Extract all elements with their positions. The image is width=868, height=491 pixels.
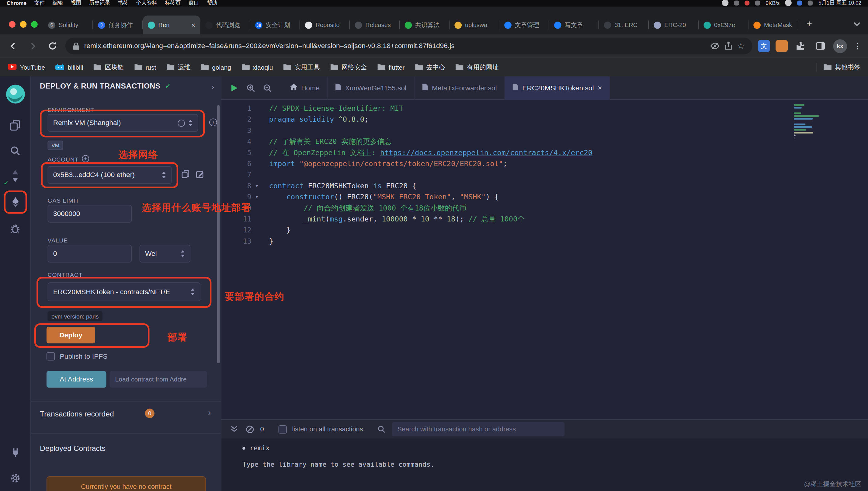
code-editor[interactable]: 1// SPDX-License-Identifier: MIT2pragma … <box>221 100 868 419</box>
expand-terminal-icon[interactable] <box>229 424 239 434</box>
fold-chevron-icon[interactable]: ▾ <box>252 192 261 203</box>
bookmark-item[interactable]: 有用的网址 <box>456 63 499 71</box>
browser-tab[interactable]: Reposito <box>300 16 350 34</box>
extension-icon[interactable] <box>776 40 788 52</box>
tab-search-chevron-icon[interactable] <box>854 19 865 29</box>
share-icon[interactable] <box>724 42 732 51</box>
translate-extension-icon[interactable]: 文 <box>758 40 770 52</box>
editor-tab[interactable]: Home <box>282 76 328 99</box>
contract-select[interactable]: ERC20MSHKToken - contracts/NFT/E <box>48 282 201 301</box>
menu-item[interactable]: 帮助 <box>207 0 217 6</box>
bookmark-item[interactable]: bilibili <box>55 63 83 71</box>
solidity-compiler-icon[interactable]: ✓ <box>4 164 26 188</box>
reload-button[interactable] <box>45 39 60 53</box>
settings-gear-icon[interactable] <box>4 466 26 490</box>
divider <box>31 401 221 402</box>
plugin-manager-icon[interactable] <box>4 440 26 465</box>
editor-tab[interactable]: XunWenGe1155.sol <box>328 76 415 99</box>
other-bookmarks[interactable]: 其他书签 <box>817 63 860 71</box>
bookmark-item[interactable]: YouTube <box>8 63 45 71</box>
back-button[interactable] <box>5 39 20 53</box>
fold-chevron-icon[interactable]: ▾ <box>252 180 261 191</box>
bookmark-item[interactable]: golang <box>201 63 231 71</box>
bookmark-item[interactable]: 网络安全 <box>331 63 367 71</box>
run-script-icon[interactable] <box>227 81 241 95</box>
bookmark-item[interactable]: 运维 <box>167 63 190 71</box>
bookmark-item[interactable]: 区块链 <box>94 63 124 71</box>
profile-avatar[interactable]: kx <box>833 39 847 53</box>
zoom-in-icon[interactable] <box>244 81 258 95</box>
tab-close-icon[interactable]: × <box>191 21 196 29</box>
maximize-window-button[interactable] <box>31 21 38 28</box>
editor-tab[interactable]: MetaTxForwarder.sol <box>415 76 505 99</box>
menu-item[interactable]: 文件 <box>34 0 45 6</box>
menu-item[interactable]: 窗口 <box>188 0 199 6</box>
transactions-expand-chevron-icon[interactable]: › <box>208 408 211 417</box>
editor-tab-close-icon[interactable]: × <box>598 84 602 92</box>
listen-transactions-checkbox[interactable] <box>278 425 287 433</box>
browser-tab[interactable]: 写文章 <box>549 16 599 34</box>
menu-item[interactable]: 书签 <box>118 0 129 6</box>
menu-item[interactable]: 标签页 <box>165 0 181 6</box>
editor-minimap[interactable] <box>794 104 824 140</box>
editor-tab[interactable]: ERC20MSHKToken.sol× <box>505 76 610 99</box>
debugger-icon[interactable] <box>4 216 26 240</box>
browser-tab[interactable]: ERC-20 <box>649 16 698 34</box>
clear-terminal-icon[interactable] <box>245 424 255 434</box>
browser-tab[interactable]: 31. ERC <box>599 16 649 34</box>
at-address-button[interactable]: At Address <box>47 371 107 388</box>
browser-tab[interactable]: MetaMask <box>748 16 798 34</box>
browser-tab[interactable]: 共识算法 <box>400 16 450 34</box>
gas-limit-input[interactable]: 3000000 <box>48 205 132 222</box>
extensions-puzzle-icon[interactable] <box>793 39 807 53</box>
minimize-window-button[interactable] <box>20 21 27 28</box>
add-account-icon[interactable]: + <box>82 155 89 163</box>
browser-tab[interactable]: 文章管理 <box>499 16 549 34</box>
remix-logo[interactable] <box>4 83 26 105</box>
panel-scrollbar[interactable] <box>217 105 220 363</box>
file-explorer-icon[interactable] <box>4 113 26 137</box>
menu-item[interactable]: 个人资料 <box>136 0 157 6</box>
browser-tab[interactable]: 知安全计划 <box>250 16 300 34</box>
browser-tab[interactable]: Ren× <box>143 16 201 34</box>
browser-tab[interactable]: 代码浏览 <box>201 16 250 34</box>
browser-tab[interactable]: upluswa <box>450 16 499 34</box>
terminal-search-input[interactable]: Search with transaction hash or address <box>392 422 565 436</box>
load-contract-input[interactable]: Load contract from Addre <box>110 371 207 388</box>
address-bar[interactable]: remix.ethereum.org/#lang=en&optimize=fal… <box>65 38 752 54</box>
environment-select[interactable]: Remix VM (Shanghai) <box>48 114 198 132</box>
edit-account-icon[interactable] <box>196 170 204 181</box>
browser-menu-icon[interactable]: ⋮ <box>852 42 863 51</box>
copy-account-icon[interactable] <box>182 170 189 181</box>
forward-button[interactable] <box>26 39 40 53</box>
bookmark-star-icon[interactable]: ☆ <box>737 41 745 51</box>
bookmark-item[interactable]: rust <box>134 63 156 71</box>
terminal-output[interactable]: remix Type the library name to see avail… <box>221 439 868 491</box>
menu-app-name[interactable]: Chrome <box>7 0 26 6</box>
panel-collapse-chevron-icon[interactable]: › <box>211 82 214 91</box>
zoom-out-icon[interactable] <box>260 81 274 95</box>
menu-item[interactable]: 视图 <box>71 0 82 6</box>
bookmark-item[interactable]: xiaoqiu <box>242 63 273 71</box>
close-window-button[interactable] <box>9 21 16 28</box>
search-icon[interactable] <box>4 138 26 163</box>
browser-tab[interactable]: 0xC97e <box>698 16 748 34</box>
side-panel-icon[interactable] <box>813 39 828 53</box>
menu-item[interactable]: 历史记录 <box>89 0 110 6</box>
value-unit-select[interactable]: Wei <box>140 245 190 263</box>
browser-tab[interactable]: SSolidity <box>43 16 93 34</box>
bookmark-item[interactable]: 实用工具 <box>283 63 320 71</box>
menu-item[interactable]: 编辑 <box>53 0 63 6</box>
deploy-run-icon[interactable] <box>4 191 27 213</box>
publish-ipfs-checkbox[interactable] <box>47 352 55 360</box>
deploy-button[interactable]: Deploy <box>47 327 95 343</box>
browser-tab[interactable]: Releases <box>350 16 400 34</box>
bookmark-item[interactable]: flutter <box>378 63 405 71</box>
value-input[interactable]: 0 <box>48 245 132 263</box>
eye-off-icon[interactable] <box>710 42 719 50</box>
new-tab-button[interactable]: + <box>802 17 817 32</box>
account-select[interactable]: 0x5B3...eddC4 (100 ether) <box>48 166 172 184</box>
info-icon[interactable]: i <box>209 119 217 126</box>
bookmark-item[interactable]: 去中心 <box>415 63 445 71</box>
browser-tab[interactable]: J任务协作 <box>93 16 143 34</box>
